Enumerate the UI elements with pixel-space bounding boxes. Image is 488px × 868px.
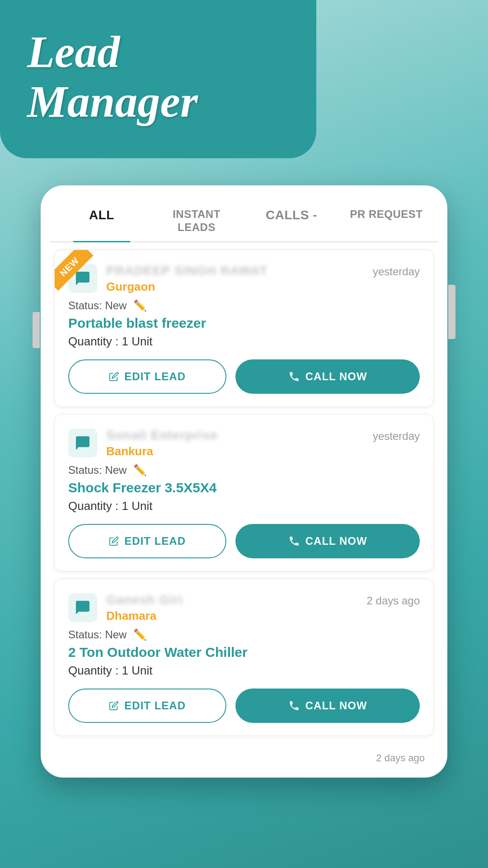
lead-product-2: Shock Freezer 3.5X5X4 <box>68 480 420 495</box>
side-button-left <box>33 312 40 348</box>
edit-status-icon-1[interactable]: ✏️ <box>133 299 147 311</box>
phone-icon-1 <box>288 371 300 382</box>
pencil-icon-1 <box>109 372 119 382</box>
phone-icon-2 <box>288 535 300 547</box>
edit-lead-button-3[interactable]: EDIT LEAD <box>68 689 226 723</box>
lead-actions-2: EDIT LEAD CALL NOW <box>68 524 420 558</box>
lead-status-2: Status: New ✏️ <box>68 464 420 476</box>
lead-time-3: 2 days ago <box>367 594 420 607</box>
tab-instant-leads[interactable]: INSTANTLEADS <box>149 199 244 241</box>
lead-time-2: yesterday <box>373 430 420 443</box>
edit-lead-button-1[interactable]: EDIT LEAD <box>68 359 226 394</box>
lead-status-3: Status: New ✏️ <box>68 628 420 641</box>
call-now-button-1[interactable]: CALL NOW <box>235 359 420 394</box>
phone-icon-3 <box>288 700 300 712</box>
edit-status-icon-2[interactable]: ✏️ <box>133 464 147 476</box>
lead-actions-3: EDIT LEAD CALL NOW <box>68 689 420 723</box>
lead-avatar-2 <box>68 429 97 458</box>
lead-city-1: Gurgaon <box>106 280 267 294</box>
lead-product-3: 2 Ton Outdoor Water Chiller <box>68 645 420 660</box>
lead-actions-1: EDIT LEAD CALL NOW <box>68 359 420 394</box>
lead-city-2: Bankura <box>106 444 218 458</box>
lead-status-1: Status: New ✏️ <box>68 299 420 312</box>
lead-time-1: yesterday <box>373 265 420 278</box>
app-title: Lead Manager <box>27 27 280 127</box>
lead-card-1: NEW PRADEEP SINGH RAWAT Gurgaon yesterda… <box>54 250 434 407</box>
lead-name-3: Ganesh Giri <box>106 593 183 607</box>
pencil-icon-3 <box>109 701 119 711</box>
lead-quantity-3: Quantity : 1 Unit <box>68 664 420 678</box>
call-now-button-2[interactable]: CALL NOW <box>235 524 420 558</box>
message-icon-2 <box>75 435 91 451</box>
message-icon-3 <box>75 599 91 616</box>
lead-avatar-3 <box>68 593 97 622</box>
pencil-icon-2 <box>109 536 119 546</box>
side-button-right <box>448 285 455 339</box>
tab-all[interactable]: ALL <box>54 199 149 241</box>
tab-bar: ALL INSTANTLEADS CALLS - PR REQUEST <box>50 199 438 242</box>
lead-name-2: Sonali Enterprise <box>106 428 218 443</box>
phone-mockup: ALL INSTANTLEADS CALLS - PR REQUEST NEW <box>41 185 447 778</box>
lead-quantity-2: Quantity : 1 Unit <box>68 499 420 513</box>
new-badge-label: NEW <box>55 250 93 291</box>
edit-lead-button-2[interactable]: EDIT LEAD <box>68 524 226 558</box>
lead-card-3: Ganesh Giri Dhamara 2 days ago Status: N… <box>54 579 434 736</box>
tab-calls[interactable]: CALLS - <box>244 199 339 241</box>
tab-pr-request[interactable]: PR REQUEST <box>339 199 434 241</box>
lead-quantity-1: Quantity : 1 Unit <box>68 335 420 349</box>
call-now-button-3[interactable]: CALL NOW <box>235 689 420 723</box>
lead-product-1: Portable blast freezer <box>68 316 420 331</box>
lead-card-2: Sonali Enterprise Bankura yesterday Stat… <box>54 414 434 571</box>
more-indicator: 2 days ago <box>50 743 438 769</box>
lead-city-3: Dhamara <box>106 609 183 623</box>
lead-name-1: PRADEEP SINGH RAWAT <box>106 264 267 278</box>
header-banner: Lead Manager <box>0 0 316 158</box>
new-badge: NEW <box>55 250 95 291</box>
edit-status-icon-3[interactable]: ✏️ <box>133 628 147 641</box>
